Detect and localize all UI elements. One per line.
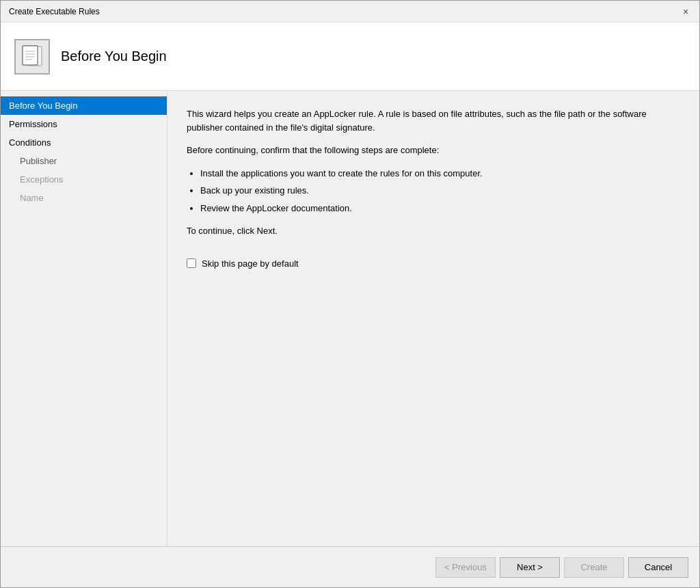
sidebar-item-permissions[interactable]: Permissions <box>1 115 167 133</box>
main-content: This wizard helps you create an AppLocke… <box>167 91 699 546</box>
cancel-button[interactable]: Cancel <box>628 557 688 578</box>
skip-label[interactable]: Skip this page by default <box>202 258 299 269</box>
dialog-window: Create Executable Rules × Before Y <box>0 0 700 588</box>
sidebar-item-publisher[interactable]: Publisher <box>1 152 167 170</box>
intro-paragraph: This wizard helps you create an AppLocke… <box>187 107 680 134</box>
sidebar-item-exceptions[interactable]: Exceptions <box>1 170 167 189</box>
sidebar-item-name[interactable]: Name <box>1 189 167 207</box>
previous-button[interactable]: < Previous <box>435 557 496 578</box>
window-title: Create Executable Rules <box>9 7 100 16</box>
sidebar-item-before-you-begin[interactable]: Before You Begin <box>1 96 167 115</box>
header-area: Before You Begin <box>1 23 699 91</box>
svg-rect-7 <box>23 46 38 65</box>
continue-paragraph: To continue, click Next. <box>187 224 680 238</box>
skip-checkbox[interactable] <box>187 258 196 268</box>
next-button[interactable]: Next > <box>500 557 560 578</box>
document-icon <box>20 44 44 69</box>
title-bar: Create Executable Rules × <box>1 1 699 23</box>
bullet-backup: Back up your existing rules. <box>200 184 680 198</box>
skip-area: Skip this page by default <box>187 258 680 269</box>
create-button[interactable]: Create <box>564 557 624 578</box>
checklist: Install the applications you want to cre… <box>200 167 680 215</box>
bullet-review: Review the AppLocker documentation. <box>200 202 680 215</box>
bullet-install: Install the applications you want to cre… <box>200 167 680 181</box>
footer: < Previous Next > Create Cancel <box>1 546 699 587</box>
confirm-paragraph: Before continuing, confirm that the foll… <box>187 144 680 157</box>
close-button[interactable]: × <box>677 3 694 20</box>
sidebar-item-conditions[interactable]: Conditions <box>1 133 167 152</box>
header-icon <box>14 39 50 75</box>
header-title: Before You Begin <box>61 49 167 64</box>
content-area: Before You Begin Permissions Conditions … <box>1 91 699 546</box>
sidebar: Before You Begin Permissions Conditions … <box>1 91 167 546</box>
